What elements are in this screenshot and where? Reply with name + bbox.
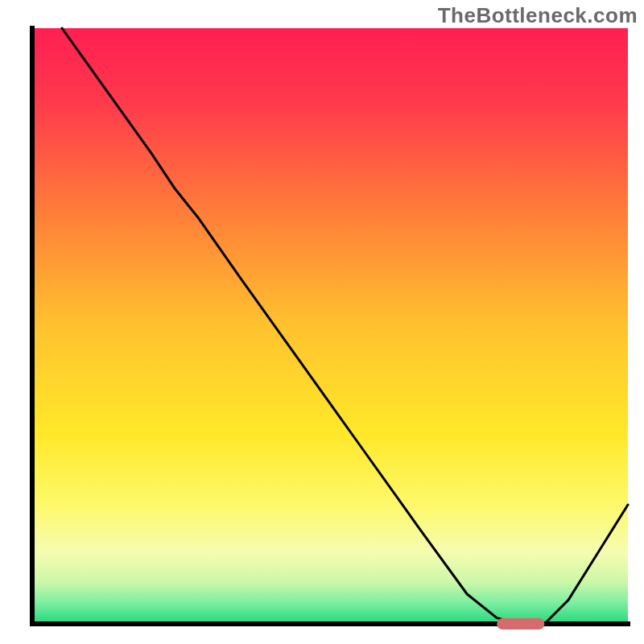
optimum-marker (497, 618, 544, 630)
watermark-text: TheBottleneck.com (438, 3, 638, 28)
chart-stage: TheBottleneck.com (0, 0, 644, 644)
bottleneck-chart (0, 0, 644, 644)
plot-background (32, 28, 628, 624)
